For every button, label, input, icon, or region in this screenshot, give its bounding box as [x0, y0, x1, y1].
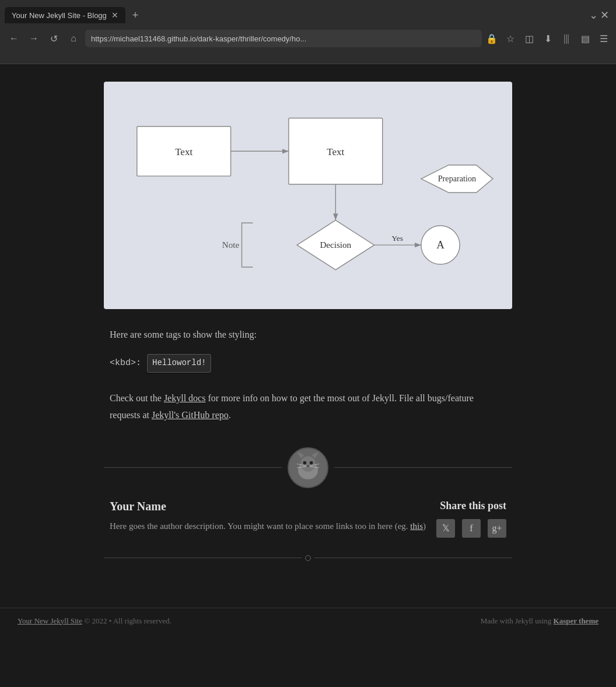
footer-copyright-text: © 2022 • All rights reserved. [82, 616, 172, 625]
footer: Your New Jekyll Site © 2022 • All rights… [0, 608, 616, 634]
footer-theme-link[interactable]: Kasper theme [554, 616, 598, 625]
node4-label: Decision [320, 240, 351, 250]
facebook-icon: f [470, 523, 473, 534]
author-name: Your Name [110, 500, 436, 513]
address-bar[interactable] [85, 30, 482, 47]
author-this-link[interactable]: this [410, 521, 423, 531]
footer-made-with-text: Made with Jekyll using [481, 616, 554, 625]
active-tab[interactable]: Your New Jekyll Site - Blogg ✕ [5, 7, 125, 23]
bottom-divider-dot [305, 555, 311, 561]
share-title: Share this post [436, 500, 506, 512]
text-section: Here are some tags to show the styling: … [104, 327, 512, 424]
tags-intro-text: Here are some tags to show the styling: [110, 327, 506, 342]
share-section: Share this post 𝕏 f g+ [436, 500, 506, 538]
star-icon[interactable]: ☆ [504, 33, 517, 44]
footer-site-link[interactable]: Your New Jekyll Site [18, 616, 82, 625]
flowchart-svg: Text Text Preparation Decision Note Yes … [116, 93, 501, 297]
menu-icon[interactable]: ☰ [597, 33, 610, 44]
tab-title: Your New Jekyll Site - Blogg [12, 11, 107, 20]
author-section: Your Name Here goes the author descripti… [110, 500, 506, 538]
jekyll-docs-link[interactable]: Jekyll docs [164, 393, 206, 403]
kbd-line: <kbd>: Helloworld! [110, 354, 506, 373]
author-desc-text: Here goes the author description. You mi… [110, 521, 410, 531]
divider-right [334, 467, 512, 468]
nav-icons: 🔒 ☆ ◫ ⬇ ||| ▤ ☰ [485, 33, 610, 44]
tab-close-button[interactable]: ✕ [111, 10, 118, 20]
links-paragraph: Check out the Jekyll docs for more info … [110, 390, 506, 424]
page-content: Text Text Preparation Decision Note Yes … [104, 64, 512, 584]
bottom-divider-right [314, 558, 512, 558]
shield-icon: 🔒 [485, 33, 498, 44]
twitter-icon: 𝕏 [442, 523, 450, 534]
svg-point-14 [303, 461, 307, 464]
svg-point-11 [300, 456, 316, 471]
back-button[interactable]: ← [6, 30, 22, 47]
kbd-label: <kbd>: [110, 356, 141, 371]
node5-label: A [436, 239, 444, 251]
footer-made-with: Made with Jekyll using Kasper theme [481, 616, 598, 626]
node1-label: Text [175, 146, 192, 157]
author-description: Here goes the author description. You mi… [110, 519, 436, 533]
links-text-1: Check out the [110, 393, 164, 403]
kbd-value: Helloworld! [147, 354, 211, 373]
author-divider [104, 447, 512, 488]
svg-point-16 [306, 465, 310, 467]
window-close-button[interactable]: ✕ [600, 9, 609, 22]
bottom-divider-left [104, 558, 302, 558]
nav-bar: ← → ↺ ⌂ 🔒 ☆ ◫ ⬇ ||| ▤ ☰ [0, 26, 616, 51]
author-desc-end: ) [423, 521, 426, 531]
share-icons: 𝕏 f g+ [436, 519, 506, 538]
browser-chrome: Your New Jekyll Site - Blogg ✕ + ⌄ ✕ ← →… [0, 0, 616, 64]
facebook-share-button[interactable]: f [462, 519, 481, 538]
github-repo-link[interactable]: Jekyll's GitHub repo [152, 410, 229, 420]
reader-icon[interactable]: ▤ [579, 33, 592, 44]
pocket-icon[interactable]: ◫ [523, 33, 536, 44]
forward-button[interactable]: → [26, 30, 42, 47]
tab-bar: Your New Jekyll Site - Blogg ✕ + ⌄ ✕ [0, 0, 616, 26]
node3-label: Preparation [438, 174, 476, 183]
footer-copyright: Your New Jekyll Site © 2022 • All rights… [18, 616, 172, 626]
divider-left [104, 467, 282, 468]
svg-point-15 [310, 461, 313, 464]
download-icon[interactable]: ⬇ [541, 33, 554, 44]
googleplus-icon: g+ [492, 523, 502, 534]
author-info: Your Name Here goes the author descripti… [110, 500, 436, 533]
new-tab-button[interactable]: + [128, 7, 144, 24]
tab-overflow-button[interactable]: ⌄ [589, 9, 598, 22]
home-button[interactable]: ⌂ [65, 30, 82, 47]
refresh-button[interactable]: ↺ [46, 30, 62, 47]
yes-label: Yes [392, 234, 403, 243]
googleplus-share-button[interactable]: g+ [488, 519, 506, 538]
author-avatar [288, 447, 328, 488]
note-label: Note [222, 240, 240, 250]
bottom-divider [104, 555, 512, 561]
library-icon[interactable]: ||| [560, 33, 573, 44]
diagram-container: Text Text Preparation Decision Note Yes … [104, 82, 512, 309]
links-text-3: . [229, 410, 231, 420]
cat-avatar-svg [289, 447, 327, 488]
twitter-share-button[interactable]: 𝕏 [436, 519, 455, 538]
node2-label: Text [327, 146, 344, 157]
